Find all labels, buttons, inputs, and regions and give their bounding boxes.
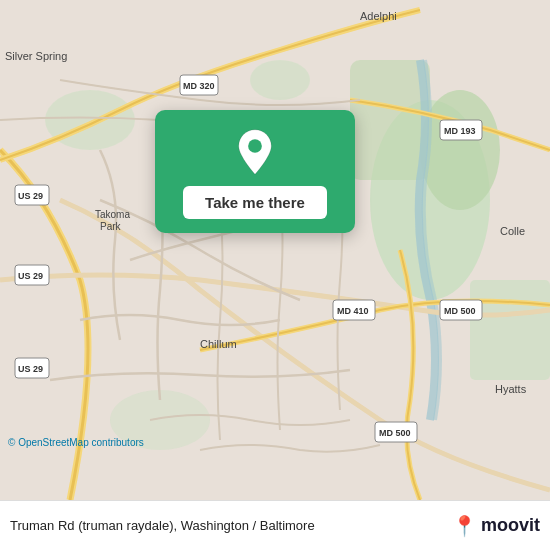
map-container: US 29 US 29 US 29 MD 320 MD 193 MD 410 M… <box>0 0 550 500</box>
svg-text:Silver Spring: Silver Spring <box>5 50 67 62</box>
location-pin-icon <box>231 128 279 176</box>
svg-text:US 29: US 29 <box>18 271 43 281</box>
svg-text:US 29: US 29 <box>18 191 43 201</box>
bottom-bar: Truman Rd (truman raydale), Washington /… <box>0 500 550 550</box>
svg-text:Hyatts: Hyatts <box>495 383 527 395</box>
svg-text:MD 500: MD 500 <box>444 306 476 316</box>
map-svg: US 29 US 29 US 29 MD 320 MD 193 MD 410 M… <box>0 0 550 500</box>
svg-text:MD 193: MD 193 <box>444 126 476 136</box>
svg-text:Chillum: Chillum <box>200 338 237 350</box>
moovit-brand-name: moovit <box>481 515 540 536</box>
svg-text:MD 500: MD 500 <box>379 428 411 438</box>
moovit-logo: 📍 moovit <box>452 514 540 538</box>
svg-rect-6 <box>470 280 550 380</box>
svg-text:US 29: US 29 <box>18 364 43 374</box>
svg-text:Takoma: Takoma <box>95 209 130 220</box>
svg-point-4 <box>250 60 310 100</box>
osm-link-text[interactable]: © OpenStreetMap contributors <box>8 437 144 448</box>
svg-point-31 <box>248 139 262 153</box>
map-attribution: © OpenStreetMap contributors <box>8 437 144 448</box>
take-me-there-button[interactable]: Take me there <box>183 186 327 219</box>
svg-text:MD 410: MD 410 <box>337 306 369 316</box>
svg-text:MD 320: MD 320 <box>183 81 215 91</box>
svg-text:Adelphi: Adelphi <box>360 10 397 22</box>
svg-text:Colle: Colle <box>500 225 525 237</box>
navigation-card[interactable]: Take me there <box>155 110 355 233</box>
svg-rect-3 <box>350 60 430 180</box>
osm-link[interactable]: © OpenStreetMap contributors <box>8 437 144 448</box>
location-label: Truman Rd (truman raydale), Washington /… <box>10 518 452 533</box>
svg-point-2 <box>420 90 500 210</box>
moovit-pin-icon: 📍 <box>452 514 477 538</box>
svg-text:Park: Park <box>100 221 122 232</box>
